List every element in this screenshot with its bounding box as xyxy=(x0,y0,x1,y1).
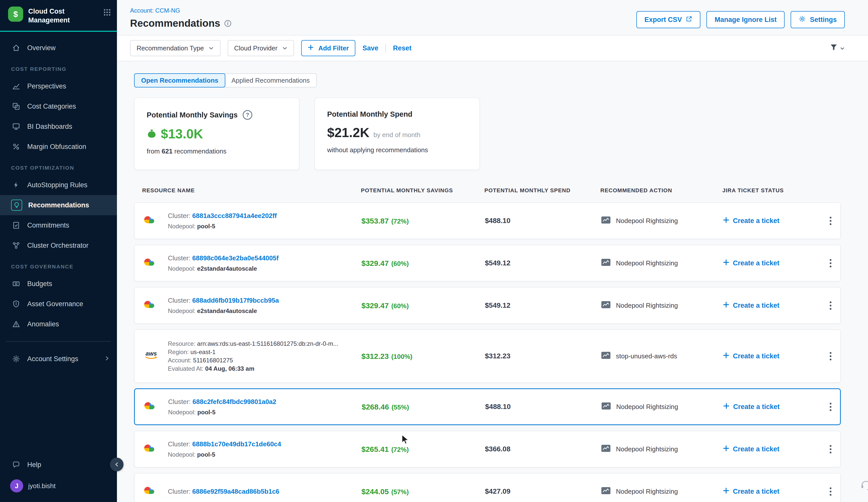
row-menu-button[interactable] xyxy=(826,348,836,364)
filter-panel-toggle[interactable] xyxy=(830,43,845,53)
create-ticket-button[interactable]: Create a ticket xyxy=(716,301,820,310)
nodepool-label: Nodepool: xyxy=(168,451,195,458)
save-filter-button[interactable]: Save xyxy=(362,44,378,52)
savings-card-title: Potential Monthly Savings xyxy=(147,111,238,119)
recommendations-icon xyxy=(11,200,22,211)
cluster-label: Cluster: xyxy=(168,488,190,495)
create-ticket-button[interactable]: Create a ticket xyxy=(716,352,820,360)
plus-icon xyxy=(723,259,730,268)
spend-amount: $312.23 xyxy=(478,352,594,360)
action-icon xyxy=(601,351,611,361)
cloud-provider-filter[interactable]: Cloud Provider xyxy=(228,40,294,56)
sidebar-item-account-settings[interactable]: Account Settings xyxy=(0,349,117,369)
table-row[interactable]: Cluster: 6888b1c70e49db17c1de60c4 Nodepo… xyxy=(134,431,841,468)
table-row-selected[interactable]: Cluster: 688c2fefc84fbdc99801a0a2 Nodepo… xyxy=(134,388,841,425)
sidebar-item-cluster-orchestrator[interactable]: Cluster Orchestrator xyxy=(0,236,117,255)
table-row[interactable]: Cluster: 688add6fb019b17f9bccb95a Nodepo… xyxy=(134,287,841,324)
recommendations-tabs: Open Recommendations Applied Recommendat… xyxy=(134,73,841,87)
table-row[interactable]: Cluster: 6881a3ccc887941a4ee202ff Nodepo… xyxy=(134,202,841,239)
funnel-icon xyxy=(830,43,838,53)
sidebar-item-perspectives[interactable]: Perspectives xyxy=(0,76,117,96)
cluster-link[interactable]: 68898c064e3e2ba0e544005f xyxy=(192,254,279,262)
create-ticket-label: Create a ticket xyxy=(733,403,780,411)
module-grid-icon[interactable] xyxy=(103,7,111,18)
row-menu-button[interactable] xyxy=(826,255,836,271)
gear-icon xyxy=(799,15,806,24)
account-value: 511616801275 xyxy=(193,357,233,364)
create-ticket-button[interactable]: Create a ticket xyxy=(716,445,820,453)
sidebar-item-label: Anomalies xyxy=(27,320,59,328)
divider xyxy=(385,44,386,53)
reset-filter-button[interactable]: Reset xyxy=(393,44,412,52)
savings-amount: $268.46 xyxy=(362,403,389,411)
cost-categories-icon xyxy=(11,101,21,112)
create-ticket-button[interactable]: Create a ticket xyxy=(716,488,820,496)
spend-value-note: by end of month xyxy=(373,131,420,139)
cluster-link[interactable]: 6881a3ccc887941a4ee202ff xyxy=(192,212,277,220)
gcp-icon xyxy=(143,256,156,270)
action-label: Nodepool Rightsizing xyxy=(616,259,678,267)
sidebar-item-overview[interactable]: Overview xyxy=(0,38,117,58)
support-headset-icon[interactable] xyxy=(860,479,868,493)
create-ticket-button[interactable]: Create a ticket xyxy=(716,259,820,268)
spend-amount: $366.08 xyxy=(478,445,594,453)
sidebar-item-help[interactable]: Help xyxy=(0,454,117,475)
nodepool-value: e2standar4autoscale xyxy=(197,265,257,272)
tab-applied-recommendations[interactable]: Applied Recommendations xyxy=(224,73,317,87)
action-icon xyxy=(601,301,611,311)
sidebar-item-margin-obfuscation[interactable]: Margin Obfuscation xyxy=(0,137,117,157)
recommendation-type-filter[interactable]: Recommendation Type xyxy=(130,40,220,56)
breadcrumb-account[interactable]: Account: CCM-NG xyxy=(130,7,231,14)
account-label: Account: xyxy=(168,357,191,364)
action-icon xyxy=(601,444,611,454)
filter-bar: Recommendation Type Cloud Provider Add F… xyxy=(117,35,868,61)
plus-icon xyxy=(723,445,730,453)
row-menu-button[interactable] xyxy=(826,399,836,415)
table-row[interactable]: Cluster: 68898c064e3e2ba0e544005f Nodepo… xyxy=(134,245,841,282)
sidebar-item-autostopping-rules[interactable]: AutoStopping Rules xyxy=(0,175,117,195)
app-window: $ Cloud Cost Management Overview COST RE… xyxy=(0,0,868,502)
cluster-link[interactable]: 688c2fefc84fbdc99801a0a2 xyxy=(193,398,276,406)
spend-amount: $549.12 xyxy=(478,259,594,267)
savings-sub-suffix: recommendations xyxy=(174,147,227,155)
cluster-link[interactable]: 6888b1c70e49db17c1de60c4 xyxy=(192,440,281,448)
create-ticket-button[interactable]: Create a ticket xyxy=(716,217,820,225)
sidebar-collapse-button[interactable] xyxy=(110,458,124,471)
savings-percent: (72%) xyxy=(391,446,409,453)
tab-open-recommendations[interactable]: Open Recommendations xyxy=(134,73,225,87)
table-row[interactable]: Cluster: 6886e92f59a48cad86b5b1c6 $244.0… xyxy=(134,473,841,502)
avatar: J xyxy=(10,479,23,492)
sidebar-bottom: Help J jyoti.bisht xyxy=(0,454,117,502)
add-filter-button[interactable]: Add Filter xyxy=(301,40,355,56)
chevron-down-icon xyxy=(282,45,288,51)
potential-spend-card: Potential Monthly Spend $21.2K by end of… xyxy=(314,97,480,170)
cluster-link[interactable]: 688add6fb019b17f9bccb95a xyxy=(192,296,279,304)
row-menu-button[interactable] xyxy=(826,441,836,457)
cluster-link[interactable]: 6886e92f59a48cad86b5b1c6 xyxy=(192,488,279,495)
user-menu[interactable]: J jyoti.bisht xyxy=(0,475,117,497)
settings-button[interactable]: Settings xyxy=(790,11,845,28)
sidebar-item-commitments[interactable]: Commitments xyxy=(0,215,117,236)
savings-percent: (57%) xyxy=(391,488,409,496)
sidebar-item-anomalies[interactable]: Anomalies xyxy=(0,314,117,334)
sidebar-item-label: Commitments xyxy=(27,221,69,229)
sidebar-item-cost-categories[interactable]: Cost Categories xyxy=(0,96,117,116)
help-circle-icon[interactable]: ? xyxy=(243,110,252,120)
table-row[interactable]: aws Resource: arn:aws:rds:us-east-1:5116… xyxy=(134,330,841,383)
row-menu-button[interactable] xyxy=(826,213,836,229)
sidebar-item-bi-dashboards[interactable]: BI Dashboards xyxy=(0,116,117,137)
recommendation-count: 621 xyxy=(162,147,172,155)
main-area: Account: CCM-NG Recommendations Export C… xyxy=(117,0,868,502)
sidebar-item-budgets[interactable]: Budgets xyxy=(0,274,117,294)
row-menu-button[interactable] xyxy=(826,483,836,500)
sidebar-nav: Overview COST REPORTING Perspectives Cos… xyxy=(0,32,117,502)
cluster-label: Cluster: xyxy=(168,398,191,406)
row-menu-button[interactable] xyxy=(826,297,836,314)
sidebar-item-asset-governance[interactable]: Asset Governance xyxy=(0,294,117,314)
sidebar-item-recommendations[interactable]: Recommendations xyxy=(0,195,117,215)
info-icon[interactable] xyxy=(224,20,231,27)
export-csv-button[interactable]: Export CSV xyxy=(637,11,701,28)
action-label: Nodepool Rightsizing xyxy=(616,217,678,225)
create-ticket-button[interactable]: Create a ticket xyxy=(716,403,821,411)
manage-ignore-list-button[interactable]: Manage Ignore List xyxy=(706,11,785,28)
